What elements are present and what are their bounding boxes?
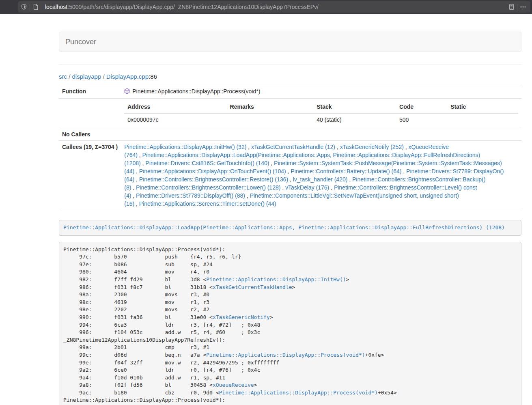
highlighted-callee-link[interactable]: Pinetime::Applications::DisplayApp::Load…	[63, 224, 505, 231]
more-icon[interactable]	[517, 1, 529, 13]
function-row: Function Pinetime::Applications::Display…	[59, 85, 521, 99]
metrics-table: Address Remarks Stack Code Static 0x0000…	[124, 101, 518, 126]
assembly-line: 98c: 4619 mov r1, r3	[63, 299, 517, 306]
column-header-static: Static	[447, 101, 518, 113]
assembly-symbol-link[interactable]: Pinetime::Applications::DisplayApp::Init…	[206, 276, 346, 282]
callee-link[interactable]: Pinetime::Controllers::BrightnessControl…	[136, 184, 280, 191]
callee-separator: ,	[134, 176, 139, 183]
assembly-symbol-link[interactable]: xTaskGetCurrentTaskHandle	[213, 284, 292, 290]
shield-icon[interactable]	[18, 1, 30, 13]
breadcrumb-line-number: :86	[149, 73, 157, 80]
symbol-icon	[124, 88, 130, 96]
assembly-line: 98e: 2202 movs r2, #2	[63, 306, 517, 314]
url-bar[interactable]: localhost:5000/path/src/displayapp/Displ…	[18, 1, 530, 13]
breadcrumb-link-file[interactable]: DisplayApp.cpp	[106, 73, 149, 80]
callee-separator: ,	[134, 168, 139, 174]
static-value	[447, 113, 518, 126]
callee-separator: ,	[280, 184, 285, 191]
assembly-line: 99c: d06d beq.n a7a <Pinetime::Applicati…	[63, 351, 517, 359]
callee-separator: ,	[404, 144, 409, 150]
callee-separator: ,	[246, 144, 251, 150]
assembly-symbol-link[interactable]: xQueueReceive	[213, 382, 254, 388]
function-label: Function	[59, 85, 121, 99]
assembly-line: _ZN8Pinetime12Applications10DisplayApp7R…	[63, 336, 517, 344]
callee-link[interactable]: Pinetime::Drivers::Cst816S::GetTouchInfo…	[145, 160, 269, 166]
page-icon	[30, 1, 41, 13]
assembly-line: 9ac: b180 cbz r0, 9d0 <Pinetime::Applica…	[63, 389, 517, 397]
assembly-line: Pinetime::Applications::DisplayApp::Proc…	[63, 396, 517, 404]
assembly-code: Pinetime::Applications::DisplayApp::Proc…	[59, 242, 521, 405]
assembly-line: 9a4: f10d 010b add.w r1, sp, #11	[63, 374, 517, 382]
callee-link[interactable]: Pinetime::Applications::DisplayApp::Init…	[124, 144, 246, 150]
column-header-code: Code	[396, 101, 447, 113]
url-host: localhost	[45, 4, 67, 10]
brand-link[interactable]: Puncover	[59, 32, 102, 52]
remarks-value	[227, 113, 314, 126]
callee-separator: ,	[245, 192, 250, 199]
assembly-line: 994: 6ca3 ldr r3, [r4, #72] ; 0x48	[63, 321, 517, 329]
callee-link[interactable]: xTaskGetCurrentTaskHandle (12)	[251, 144, 335, 150]
callee-separator: ,	[347, 176, 352, 183]
callee-separator: ,	[288, 176, 293, 183]
metrics-value-row: 0x0000097c 40 (static) 500	[124, 113, 518, 126]
no-callers-cell	[121, 128, 521, 141]
column-header-address: Address	[124, 101, 226, 113]
breadcrumb-link-displayapp[interactable]: displayapp	[72, 73, 101, 80]
function-name: Pinetime::Applications::DisplayApp::Proc…	[132, 88, 260, 95]
callee-separator: ,	[134, 200, 139, 207]
assembly-symbol-link[interactable]: Pinetime::Applications::DisplayApp::Proc…	[219, 390, 378, 396]
highlighted-callee-box: Pinetime::Applications::DisplayApp::Load…	[59, 220, 521, 236]
function-table: Function Pinetime::Applications::Display…	[59, 85, 521, 210]
callee-separator: ,	[401, 168, 406, 174]
assembly-symbol-link[interactable]: Pinetime::Applications::DisplayApp::Proc…	[206, 352, 365, 358]
assembly-line: 986: f031 f8c7 bl 31b18 <xTaskGetCurrent…	[63, 284, 517, 291]
column-header-remarks: Remarks	[227, 101, 314, 113]
callee-separator: ,	[286, 168, 291, 174]
callee-separator: ,	[335, 144, 340, 150]
callee-link[interactable]: vTaskDelay (176)	[285, 184, 329, 191]
assembly-line: 9a2: 6ce0 ldr r0, [r4, #76] ; 0x4c	[63, 366, 517, 374]
assembly-line: 996: f104 053c add.w r5, r4, #60 ; 0x3c	[63, 329, 517, 336]
stack-value: 40 (static)	[313, 113, 396, 126]
assembly-line: 990: f031 fa36 bl 31e00 <xTaskGenericNot…	[63, 314, 517, 321]
function-name-cell: Pinetime::Applications::DisplayApp::Proc…	[121, 85, 521, 99]
assembly-line: 982: f7ff fd29 bl 3d8 <Pinetime::Applica…	[63, 276, 517, 284]
callee-separator: ,	[138, 152, 142, 158]
metrics-row-spacer	[59, 99, 121, 128]
metrics-header-row: Address Remarks Stack Code Static	[124, 101, 518, 113]
assembly-symbol-link[interactable]: xTaskGenericNotify	[213, 314, 270, 320]
callees-row: Callees (19, Σ=3704 ) Pinetime::Applicat…	[59, 141, 521, 210]
callee-link[interactable]: Pinetime::Applications::DisplayApp::OnTo…	[139, 168, 286, 174]
callee-link[interactable]: Pinetime::Applications::Screens::Timer::…	[139, 200, 276, 207]
assembly-line: 98a: 2300 movs r3, #0	[63, 291, 517, 299]
callee-separator: ,	[131, 192, 136, 199]
metrics-row: Address Remarks Stack Code Static 0x0000…	[59, 99, 521, 128]
callee-separator: ,	[131, 184, 136, 191]
callees-label: Callees (19, Σ=3704 )	[59, 141, 121, 210]
code-value: 500	[396, 113, 447, 126]
reader-mode-icon[interactable]	[506, 1, 517, 13]
callee-separator: ,	[269, 160, 274, 166]
callee-separator: ,	[329, 184, 334, 191]
navbar: Puncover	[59, 32, 521, 52]
divider	[59, 64, 521, 65]
breadcrumb: src / displayapp / DisplayApp.cpp:86	[59, 73, 521, 80]
callee-link[interactable]: xTaskGenericNotify (252)	[340, 144, 404, 150]
callee-link[interactable]: Pinetime::Controllers::Battery::Update()…	[291, 168, 401, 174]
callee-link[interactable]: Pinetime::Drivers::St7789::DisplayOff() …	[136, 192, 245, 199]
address-value: 0x0000097c	[124, 113, 226, 126]
assembly-line: 99a: 2b01 cmp r3, #1	[63, 344, 517, 351]
callee-link[interactable]: lv_task_handler (420)	[293, 176, 348, 183]
callee-link[interactable]: Pinetime::Controllers::BrightnessControl…	[139, 176, 288, 183]
assembly-line: 9a8: f02f fd56 bl 30458 <xQueueReceive>	[63, 381, 517, 389]
url-text[interactable]: localhost:5000/path/src/displayapp/Displ…	[45, 4, 506, 10]
breadcrumb-separator: /	[101, 73, 106, 80]
assembly-line: 99e: f04f 32ff mov.w r2, #4294967295 ; 0…	[63, 359, 517, 367]
assembly-line: 980: 4604 mov r4, r0	[63, 268, 517, 276]
page-content: Puncover src / displayapp / DisplayApp.c…	[59, 32, 521, 405]
assembly-line: 97c: b570 push {r4, r5, r6, lr}	[63, 253, 517, 261]
browser-toolbar: localhost:5000/path/src/displayapp/Displ…	[0, 0, 532, 14]
no-callers-row: No Callers	[59, 128, 521, 141]
url-path: :5000/path/src/displayapp/DisplayApp.cpp…	[67, 4, 319, 10]
breadcrumb-link-src[interactable]: src	[59, 73, 67, 80]
